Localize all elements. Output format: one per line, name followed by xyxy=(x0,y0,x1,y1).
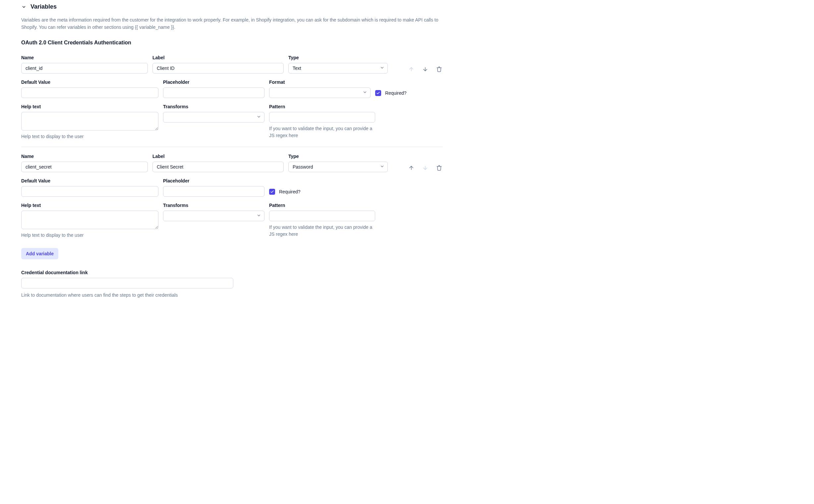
transforms-select[interactable] xyxy=(163,211,265,221)
help-text-note: Help text to display to the user xyxy=(21,133,158,140)
placeholder-input[interactable] xyxy=(163,87,265,98)
type-select[interactable]: Password xyxy=(288,162,388,172)
credential-link-input[interactable] xyxy=(21,278,233,288)
default-value-label: Default Value xyxy=(21,79,158,85)
move-up-button[interactable] xyxy=(408,164,415,172)
pattern-note: If you want to validate the input, you c… xyxy=(269,125,375,139)
default-value-label: Default Value xyxy=(21,178,158,183)
help-text-input[interactable] xyxy=(21,211,158,229)
required-group: Required? xyxy=(375,79,407,96)
type-select[interactable]: Text xyxy=(288,63,388,74)
transforms-label: Transforms xyxy=(163,104,265,109)
label-label: Label xyxy=(152,55,284,60)
pattern-note: If you want to validate the input, you c… xyxy=(269,224,375,238)
transforms-select[interactable] xyxy=(163,112,265,123)
add-variable-button[interactable]: Add variable xyxy=(21,248,58,259)
name-input[interactable] xyxy=(21,162,148,172)
move-down-button[interactable] xyxy=(422,66,429,73)
placeholder-label: Placeholder xyxy=(163,79,265,85)
transforms-label: Transforms xyxy=(163,203,265,208)
section-header: Variables xyxy=(21,3,443,10)
type-label: Type xyxy=(288,55,388,60)
help-text-label: Help text xyxy=(21,104,158,109)
variable-actions xyxy=(408,154,443,172)
pattern-label: Pattern xyxy=(269,104,375,109)
move-up-button[interactable] xyxy=(408,66,415,73)
help-text-label: Help text xyxy=(21,203,158,208)
credential-link-note: Link to documentation where users can fi… xyxy=(21,292,233,299)
section-title: Variables xyxy=(30,3,57,10)
credential-link-field: Credential documentation link Link to do… xyxy=(21,270,233,299)
variable-block: Name Label Type Password xyxy=(21,154,443,245)
placeholder-label: Placeholder xyxy=(163,178,265,183)
move-down-button[interactable] xyxy=(422,164,429,172)
required-checkbox[interactable] xyxy=(269,189,275,195)
required-label: Required? xyxy=(279,189,301,194)
pattern-label: Pattern xyxy=(269,203,375,208)
format-select[interactable] xyxy=(269,87,371,98)
required-checkbox[interactable] xyxy=(375,90,381,96)
variable-actions xyxy=(408,55,443,73)
subsection-title: OAuth 2.0 Client Credentials Authenticat… xyxy=(21,40,443,46)
chevron-down-icon[interactable] xyxy=(21,4,26,10)
required-label: Required? xyxy=(385,90,407,96)
section-description: Variables are the meta information requi… xyxy=(21,16,443,31)
pattern-input[interactable] xyxy=(269,112,375,123)
label-label: Label xyxy=(152,154,284,159)
help-text-input[interactable] xyxy=(21,112,158,130)
variable-block: Name Label Type Text xyxy=(21,55,443,147)
help-text-note: Help text to display to the user xyxy=(21,232,158,239)
label-input[interactable] xyxy=(152,63,284,74)
format-label: Format xyxy=(269,79,371,85)
placeholder-input[interactable] xyxy=(163,186,265,197)
default-value-input[interactable] xyxy=(21,186,158,197)
credential-link-label: Credential documentation link xyxy=(21,270,233,275)
delete-button[interactable] xyxy=(435,66,443,73)
required-group: Required? xyxy=(269,178,301,195)
name-label: Name xyxy=(21,154,148,159)
default-value-input[interactable] xyxy=(21,87,158,98)
type-label: Type xyxy=(288,154,388,159)
label-input[interactable] xyxy=(152,162,284,172)
delete-button[interactable] xyxy=(435,164,443,172)
name-input[interactable] xyxy=(21,63,148,74)
pattern-input[interactable] xyxy=(269,211,375,221)
name-label: Name xyxy=(21,55,148,60)
